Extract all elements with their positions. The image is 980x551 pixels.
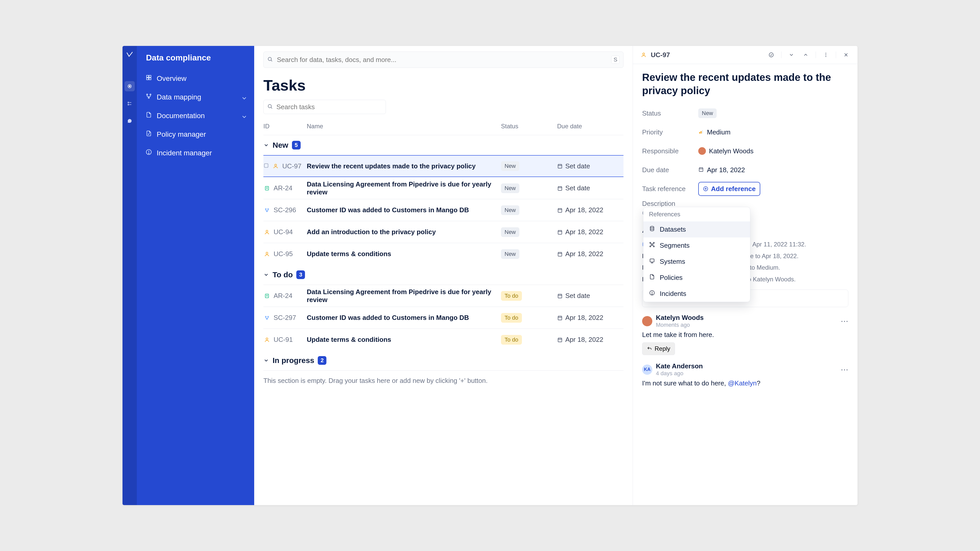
- sidebar-item-policy[interactable]: Policy manager: [142, 125, 250, 143]
- sidebar-item-mapping[interactable]: Data mapping: [142, 88, 250, 106]
- col-due[interactable]: Due date: [557, 123, 624, 130]
- avatar: [698, 147, 706, 155]
- reference-option-label: Segments: [660, 241, 690, 249]
- due-cell[interactable]: Set date: [557, 162, 624, 170]
- comment: KA Kate Anderson 4 days ago ⋯ I'm not su…: [642, 362, 848, 387]
- comment-author: Kate Anderson: [656, 362, 703, 370]
- due-cell[interactable]: Set date: [557, 184, 624, 192]
- add-reference-button[interactable]: Add reference: [698, 182, 760, 196]
- field-label: Due date: [642, 166, 698, 174]
- task-id: AR-24: [274, 292, 293, 300]
- empty-group-text: This section is empty. Drag your tasks h…: [263, 370, 624, 395]
- task-search-input[interactable]: [276, 103, 382, 111]
- svg-point-1: [129, 86, 130, 87]
- responsible-name: Katelyn Woods: [709, 147, 753, 155]
- svg-rect-9: [149, 78, 151, 80]
- sidebar-item-incident[interactable]: Incident manager: [142, 144, 250, 162]
- task-id: UC-91: [274, 336, 293, 344]
- comment-author: Katelyn Woods: [656, 314, 703, 322]
- due-cell[interactable]: Apr 18, 2022: [557, 314, 624, 322]
- table-row[interactable]: AR-24 Data Licensing Agreement from Pipe…: [263, 285, 624, 306]
- chevron-down-icon: [241, 114, 245, 118]
- status-badge: To do: [501, 313, 522, 323]
- table-row[interactable]: UC-94 Add an introduction to the privacy…: [263, 221, 624, 243]
- global-search[interactable]: S: [263, 52, 624, 68]
- responsible-value[interactable]: Katelyn Woods: [698, 147, 848, 155]
- table-row[interactable]: UC-95 Update terms & conditions New Apr …: [263, 243, 624, 265]
- status-badge: To do: [501, 335, 522, 345]
- table-row[interactable]: SC-296 Customer ID was added to Customer…: [263, 199, 624, 221]
- rail-chat-icon[interactable]: [124, 116, 135, 126]
- task-type-icon: [263, 206, 270, 214]
- chevron-down-icon[interactable]: [787, 51, 796, 59]
- reference-option-policies[interactable]: Policies: [643, 270, 750, 286]
- task-name: Update terms & conditions: [307, 250, 501, 258]
- svg-point-40: [266, 230, 268, 232]
- priority-value[interactable]: Medium: [698, 128, 848, 136]
- table-row[interactable]: UC-91 Update terms & conditions To do Ap…: [263, 329, 624, 351]
- svg-rect-74: [699, 132, 700, 133]
- task-type-icon: [263, 251, 270, 258]
- group-label: To do: [272, 270, 293, 279]
- incidents-icon: [649, 290, 655, 298]
- task-name: Customer ID was added to Customers in Ma…: [307, 206, 501, 214]
- due-value[interactable]: Apr 18, 2022: [698, 166, 848, 174]
- more-icon[interactable]: [821, 51, 830, 59]
- task-search[interactable]: [263, 100, 386, 114]
- sidebar-item-overview[interactable]: Overview: [142, 70, 250, 87]
- svg-rect-60: [558, 316, 562, 320]
- search-icon: [267, 103, 273, 110]
- svg-point-84: [650, 226, 654, 228]
- group-count: 2: [318, 356, 326, 365]
- table-row[interactable]: SC-297 Customer ID was added to Customer…: [263, 306, 624, 329]
- svg-line-19: [271, 107, 272, 108]
- avatar: [642, 316, 652, 326]
- checkbox[interactable]: [263, 162, 269, 170]
- mention[interactable]: @Katelyn: [728, 380, 757, 387]
- task-type-icon: [272, 162, 279, 170]
- systems-icon: [649, 258, 655, 265]
- due-cell[interactable]: Apr 18, 2022: [557, 206, 624, 214]
- rail-list-icon[interactable]: [124, 98, 135, 109]
- svg-point-69: [643, 53, 644, 55]
- status-pill[interactable]: New: [698, 108, 717, 118]
- reference-option-incidents[interactable]: Incidents: [643, 286, 750, 302]
- reference-option-systems[interactable]: Systems: [643, 254, 750, 270]
- task-type-icon: [263, 185, 270, 192]
- sidebar-item-docs[interactable]: Documentation: [142, 107, 250, 124]
- group-todo-header[interactable]: To do 3: [263, 265, 624, 285]
- priority-icon: [698, 128, 704, 136]
- chevron-up-icon[interactable]: [801, 51, 810, 59]
- due-cell[interactable]: Apr 18, 2022: [557, 228, 624, 236]
- svg-point-64: [266, 338, 268, 340]
- close-icon[interactable]: [842, 51, 850, 59]
- due-cell[interactable]: Apr 18, 2022: [557, 250, 624, 258]
- reply-button[interactable]: Reply: [642, 342, 675, 355]
- reference-option-label: Systems: [660, 258, 685, 265]
- table-row[interactable]: AR-24 Data Licensing Agreement from Pipe…: [263, 177, 624, 199]
- reference-menu[interactable]: References Datasets Segments Systems Pol…: [643, 207, 750, 302]
- global-search-input[interactable]: [277, 56, 608, 64]
- chevron-down-icon: [263, 272, 269, 278]
- col-name[interactable]: Name: [307, 123, 501, 130]
- col-id[interactable]: ID: [263, 123, 307, 130]
- table-row[interactable]: UC-97 Review the recent updates made to …: [263, 155, 624, 177]
- svg-point-15: [148, 153, 149, 154]
- complete-icon[interactable]: [767, 51, 776, 59]
- reference-option-datasets[interactable]: Datasets: [643, 221, 750, 238]
- group-in_progress-header[interactable]: In progress 2: [263, 351, 624, 370]
- group-new-header[interactable]: New 5: [263, 135, 624, 155]
- due-cell[interactable]: Apr 18, 2022: [557, 336, 624, 344]
- rail-target-icon[interactable]: [124, 81, 135, 91]
- task-type-icon: [263, 336, 270, 343]
- due-text: Apr 18, 2022: [565, 250, 603, 258]
- more-icon[interactable]: ⋯: [841, 365, 848, 374]
- reference-option-segments[interactable]: Segments: [643, 238, 750, 254]
- more-icon[interactable]: ⋯: [841, 317, 848, 326]
- col-status[interactable]: Status: [501, 123, 557, 130]
- due-cell[interactable]: Set date: [557, 292, 624, 300]
- due-text: Set date: [565, 184, 590, 192]
- search-shortcut: S: [611, 56, 620, 64]
- chevron-down-icon: [241, 95, 245, 100]
- task-id: UC-97: [282, 162, 301, 170]
